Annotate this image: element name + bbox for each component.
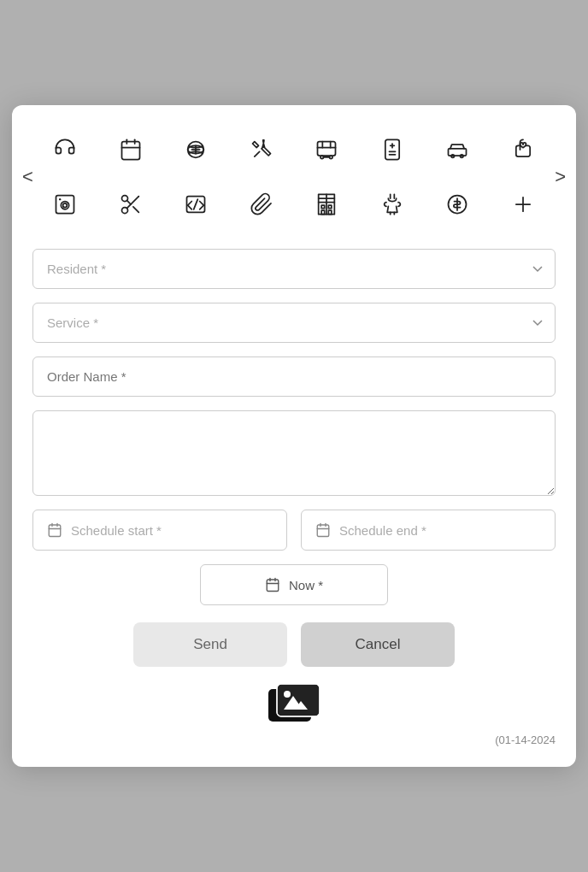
svg-rect-7 <box>318 142 336 156</box>
svg-rect-36 <box>329 210 332 215</box>
resident-select[interactable]: Resident * <box>32 249 556 289</box>
pet-icon[interactable] <box>372 184 413 225</box>
schedule-end-label: Schedule end * <box>339 523 426 538</box>
schedule-end-field[interactable]: Schedule end * <box>301 510 556 551</box>
now-label: Now * <box>289 578 323 592</box>
svg-rect-35 <box>321 210 325 215</box>
bus-icon[interactable] <box>306 129 347 170</box>
modal-dialog: < > <box>12 105 576 767</box>
now-button[interactable]: Now * <box>200 564 388 605</box>
service-select[interactable]: Service * <box>32 303 556 343</box>
headset-icon[interactable] <box>44 129 85 170</box>
icon-grid: < > <box>32 129 556 225</box>
plus-icon[interactable] <box>503 184 544 225</box>
date-row: Schedule start * Schedule end * <box>32 510 556 551</box>
icon-row-2 <box>32 184 556 225</box>
washer-icon[interactable] <box>44 184 85 225</box>
order-name-input[interactable] <box>32 356 556 397</box>
svg-line-6 <box>255 151 260 156</box>
schedule-start-label: Schedule start * <box>71 523 162 538</box>
medical-icon[interactable] <box>372 129 413 170</box>
notes-textarea[interactable] <box>32 410 556 496</box>
svg-rect-40 <box>49 525 61 537</box>
svg-point-19 <box>62 202 69 209</box>
svg-rect-53 <box>277 684 320 716</box>
tools-icon[interactable] <box>241 129 282 170</box>
nav-prev-button[interactable]: < <box>15 162 40 191</box>
icon-row-1 <box>32 129 556 170</box>
footer-date: (01-14-2024 <box>32 734 556 746</box>
form-section: Resident * Service * Schedule start * <box>32 249 556 667</box>
dollar-icon[interactable] <box>437 184 478 225</box>
paperclip-icon[interactable] <box>241 184 282 225</box>
svg-rect-34 <box>329 205 332 209</box>
hand-icon[interactable] <box>503 129 544 170</box>
svg-rect-48 <box>267 580 279 592</box>
car-icon[interactable] <box>437 129 478 170</box>
nav-next-button[interactable]: > <box>548 162 573 191</box>
cancel-button[interactable]: Cancel <box>301 622 455 667</box>
code-icon[interactable] <box>175 184 216 225</box>
action-row: Send Cancel <box>32 622 556 667</box>
send-button[interactable]: Send <box>133 622 287 667</box>
svg-rect-44 <box>317 525 329 537</box>
gallery-icon[interactable] <box>32 681 556 727</box>
svg-rect-15 <box>449 149 467 156</box>
svg-point-56 <box>284 691 291 698</box>
svg-line-26 <box>126 200 131 204</box>
svg-rect-18 <box>56 196 74 214</box>
svg-point-20 <box>63 203 68 208</box>
schedule-start-field[interactable]: Schedule start * <box>32 510 287 551</box>
svg-line-25 <box>133 207 138 212</box>
svg-point-21 <box>59 198 61 200</box>
building-icon[interactable] <box>306 184 347 225</box>
food-icon[interactable] <box>175 129 216 170</box>
svg-rect-0 <box>121 142 139 160</box>
svg-rect-14 <box>385 139 399 159</box>
scissors-icon[interactable] <box>110 184 151 225</box>
svg-rect-33 <box>321 205 325 209</box>
calendar-icon[interactable] <box>110 129 151 170</box>
svg-line-28 <box>194 199 198 209</box>
